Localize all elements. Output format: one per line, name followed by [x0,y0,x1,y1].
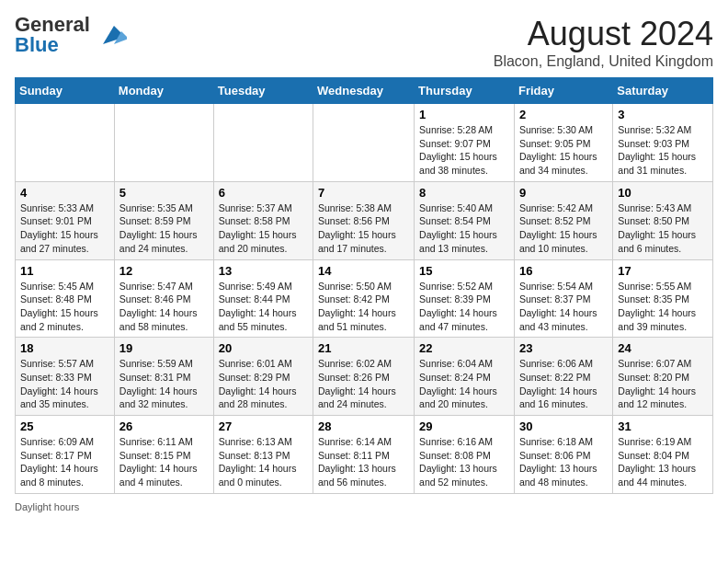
header: General Blue August 2024 Blacon, England… [15,15,713,70]
day-info: Sunrise: 5:59 AM Sunset: 8:31 PM Dayligh… [119,357,209,411]
calendar-cell [16,104,115,182]
calendar-cell: 21Sunrise: 6:02 AM Sunset: 8:26 PM Dayli… [313,338,415,416]
day-info: Sunrise: 5:28 AM Sunset: 9:07 PM Dayligh… [419,123,509,178]
day-info: Sunrise: 5:42 AM Sunset: 8:52 PM Dayligh… [519,201,608,256]
day-number: 10 [618,186,708,200]
calendar-week-row: 25Sunrise: 6:09 AM Sunset: 8:17 PM Dayli… [16,416,713,494]
day-info: Sunrise: 5:57 AM Sunset: 8:33 PM Dayligh… [20,357,109,411]
calendar-cell: 27Sunrise: 6:13 AM Sunset: 8:13 PM Dayli… [213,416,313,494]
day-info: Sunrise: 6:04 AM Sunset: 8:24 PM Dayligh… [419,357,509,411]
location: Blacon, England, United Kingdom [494,53,713,70]
calendar-cell: 2Sunrise: 5:30 AM Sunset: 9:05 PM Daylig… [514,104,612,182]
day-number: 13 [219,264,308,278]
day-number: 8 [419,186,509,200]
day-number: 28 [318,419,409,433]
footer: Daylight hours [15,501,713,512]
day-info: Sunrise: 5:43 AM Sunset: 8:50 PM Dayligh… [618,201,708,256]
day-number: 19 [119,341,209,355]
day-number: 27 [219,419,308,433]
calendar-cell: 14Sunrise: 5:50 AM Sunset: 8:42 PM Dayli… [313,259,415,338]
calendar-cell: 25Sunrise: 6:09 AM Sunset: 8:17 PM Dayli… [16,416,115,494]
day-info: Sunrise: 5:49 AM Sunset: 8:44 PM Dayligh… [219,280,308,334]
day-of-week-header: Saturday [613,78,713,104]
day-number: 29 [419,419,509,433]
day-number: 17 [618,264,708,278]
day-of-week-header: Monday [114,78,213,104]
day-info: Sunrise: 6:02 AM Sunset: 8:26 PM Dayligh… [318,357,409,411]
day-info: Sunrise: 5:54 AM Sunset: 8:37 PM Dayligh… [519,280,608,334]
day-info: Sunrise: 5:30 AM Sunset: 9:05 PM Dayligh… [519,123,608,178]
day-of-week-header: Tuesday [213,78,313,104]
day-of-week-header: Sunday [16,78,115,104]
day-of-week-header: Thursday [415,78,515,104]
calendar-cell: 23Sunrise: 6:06 AM Sunset: 8:22 PM Dayli… [514,338,612,416]
day-number: 4 [20,186,109,200]
day-info: Sunrise: 5:37 AM Sunset: 8:58 PM Dayligh… [219,201,308,256]
day-info: Sunrise: 6:09 AM Sunset: 8:17 PM Dayligh… [20,435,109,489]
title-area: August 2024 Blacon, England, United King… [494,15,713,70]
day-number: 23 [519,341,608,355]
month-year: August 2024 [494,15,713,53]
calendar-cell: 31Sunrise: 6:19 AM Sunset: 8:04 PM Dayli… [613,416,713,494]
calendar-cell: 16Sunrise: 5:54 AM Sunset: 8:37 PM Dayli… [514,259,612,338]
day-info: Sunrise: 6:13 AM Sunset: 8:13 PM Dayligh… [219,435,308,489]
day-number: 21 [318,341,409,355]
calendar-cell: 12Sunrise: 5:47 AM Sunset: 8:46 PM Dayli… [114,259,213,338]
calendar-week-row: 18Sunrise: 5:57 AM Sunset: 8:33 PM Dayli… [16,338,713,416]
calendar-cell: 24Sunrise: 6:07 AM Sunset: 8:20 PM Dayli… [613,338,713,416]
day-number: 18 [20,341,109,355]
day-number: 9 [519,186,608,200]
calendar-header-row: SundayMondayTuesdayWednesdayThursdayFrid… [16,78,713,104]
calendar-cell [114,104,213,182]
day-info: Sunrise: 6:19 AM Sunset: 8:04 PM Dayligh… [618,435,708,489]
day-number: 1 [419,108,509,121]
day-number: 5 [119,186,209,200]
logo: General Blue [15,15,127,55]
day-info: Sunrise: 5:52 AM Sunset: 8:39 PM Dayligh… [419,280,509,334]
day-number: 14 [318,264,409,278]
calendar-week-row: 4Sunrise: 5:33 AM Sunset: 9:01 PM Daylig… [16,181,713,259]
calendar-cell: 30Sunrise: 6:18 AM Sunset: 8:06 PM Dayli… [514,416,612,494]
calendar-cell: 22Sunrise: 6:04 AM Sunset: 8:24 PM Dayli… [415,338,515,416]
calendar-cell: 18Sunrise: 5:57 AM Sunset: 8:33 PM Dayli… [16,338,115,416]
day-info: Sunrise: 6:01 AM Sunset: 8:29 PM Dayligh… [219,357,308,411]
calendar-week-row: 1Sunrise: 5:28 AM Sunset: 9:07 PM Daylig… [16,104,713,182]
calendar-cell: 4Sunrise: 5:33 AM Sunset: 9:01 PM Daylig… [16,181,115,259]
logo-blue: Blue [15,33,59,56]
day-info: Sunrise: 6:18 AM Sunset: 8:06 PM Dayligh… [519,435,608,489]
calendar-cell: 13Sunrise: 5:49 AM Sunset: 8:44 PM Dayli… [213,259,313,338]
day-number: 6 [219,186,308,200]
daylight-label: Daylight hours [15,501,79,512]
day-number: 22 [419,341,509,355]
day-number: 15 [419,264,509,278]
calendar-cell [213,104,313,182]
day-number: 25 [20,419,109,433]
day-info: Sunrise: 5:45 AM Sunset: 8:48 PM Dayligh… [20,280,109,334]
calendar-cell: 8Sunrise: 5:40 AM Sunset: 8:54 PM Daylig… [415,181,515,259]
day-info: Sunrise: 6:06 AM Sunset: 8:22 PM Dayligh… [519,357,608,411]
day-number: 11 [20,264,109,278]
day-info: Sunrise: 6:14 AM Sunset: 8:11 PM Dayligh… [318,435,409,489]
day-info: Sunrise: 5:35 AM Sunset: 8:59 PM Dayligh… [119,201,209,256]
day-number: 12 [119,264,209,278]
logo-icon [94,18,127,52]
calendar-cell: 1Sunrise: 5:28 AM Sunset: 9:07 PM Daylig… [415,104,515,182]
day-info: Sunrise: 5:40 AM Sunset: 8:54 PM Dayligh… [419,201,509,256]
calendar-cell: 11Sunrise: 5:45 AM Sunset: 8:48 PM Dayli… [16,259,115,338]
day-number: 24 [618,341,708,355]
day-info: Sunrise: 5:33 AM Sunset: 9:01 PM Dayligh… [20,201,109,256]
day-number: 20 [219,341,308,355]
day-number: 30 [519,419,608,433]
day-number: 16 [519,264,608,278]
day-number: 3 [618,108,708,121]
day-info: Sunrise: 5:38 AM Sunset: 8:56 PM Dayligh… [318,201,409,256]
day-info: Sunrise: 5:47 AM Sunset: 8:46 PM Dayligh… [119,280,209,334]
calendar-cell: 26Sunrise: 6:11 AM Sunset: 8:15 PM Dayli… [114,416,213,494]
day-of-week-header: Friday [514,78,612,104]
calendar-cell: 5Sunrise: 5:35 AM Sunset: 8:59 PM Daylig… [114,181,213,259]
day-number: 31 [618,419,708,433]
day-number: 2 [519,108,608,121]
day-info: Sunrise: 6:11 AM Sunset: 8:15 PM Dayligh… [119,435,209,489]
day-info: Sunrise: 6:16 AM Sunset: 8:08 PM Dayligh… [419,435,509,489]
calendar-cell: 3Sunrise: 5:32 AM Sunset: 9:03 PM Daylig… [613,104,713,182]
